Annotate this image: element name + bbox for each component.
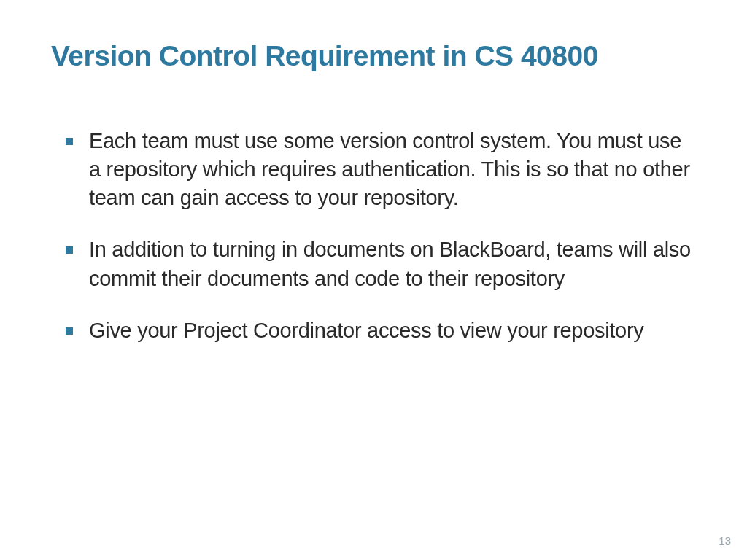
page-number: 13 — [719, 534, 731, 547]
list-item: Give your Project Coordinator access to … — [66, 316, 696, 345]
slide: Version Control Requirement in CS 40800 … — [0, 0, 747, 560]
bullet-list: Each team must use some version control … — [51, 127, 696, 368]
slide-title: Version Control Requirement in CS 40800 — [51, 40, 696, 72]
list-item: In addition to turning in documents on B… — [66, 236, 696, 292]
list-item: Each team must use some version control … — [66, 127, 696, 212]
